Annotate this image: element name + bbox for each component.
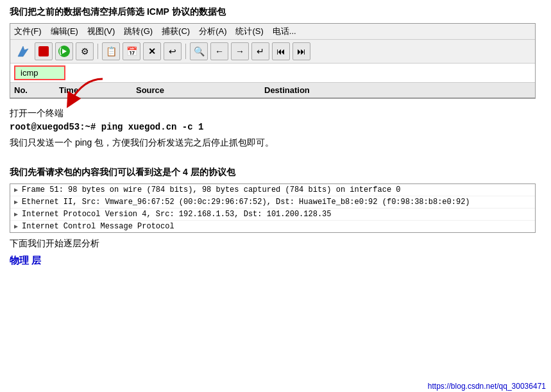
capture-options-button[interactable]: ⚙ <box>76 42 94 60</box>
last-packet-button[interactable]: ⏭ <box>292 42 310 60</box>
packet-row-icmp[interactable]: ▶ Internet Control Message Protocol <box>10 221 535 232</box>
menu-edit[interactable]: 编辑(E) <box>51 26 78 37</box>
go-forward-button[interactable]: → <box>231 42 249 60</box>
forward-arrow-icon: → <box>235 46 244 56</box>
menu-phone[interactable]: 电话... <box>273 26 296 37</box>
wireshark-logo-icon <box>14 42 32 60</box>
packet-details-panel: ▶ Frame 51: 98 bytes on wire (784 bits),… <box>10 183 536 233</box>
col-header-time: Time <box>55 84 132 96</box>
save-button[interactable]: 📅 <box>123 42 140 60</box>
bottom-url: https://blog.csdn.net/qq_30036471 <box>428 382 546 391</box>
separator-2 <box>185 44 186 59</box>
stop-capture-button[interactable] <box>35 42 53 60</box>
col-header-source: Source <box>132 84 260 96</box>
expand-ip-icon[interactable]: ▶ <box>14 210 18 218</box>
filter-input[interactable]: icmp <box>14 65 65 80</box>
packet-frame-text: Frame 51: 98 bytes on wire (784 bits), 9… <box>22 185 401 194</box>
menu-file[interactable]: 文件(F) <box>14 26 42 37</box>
column-headers: No. Time Source Destination <box>10 83 535 98</box>
section-layer4-info: 我们先看请求包的内容我们可以看到这是个 4 层的协议包 <box>10 167 541 178</box>
menu-analyze[interactable]: 分析(A) <box>199 26 226 37</box>
restart-capture-button[interactable] <box>55 42 73 60</box>
last-icon: ⏭ <box>297 46 306 56</box>
open-button[interactable]: 📋 <box>102 42 120 60</box>
section-terminal: 打开一个终端 <box>10 108 541 119</box>
expand-ethernet-icon[interactable]: ▶ <box>14 198 18 206</box>
x-icon: ✕ <box>148 46 156 56</box>
gear-icon: ⚙ <box>81 46 89 56</box>
menu-bar: 文件(F) 编辑(E) 视图(V) 跳转(G) 捕获(C) 分析(A) 统计(S… <box>10 24 535 40</box>
back-arrow-icon: ← <box>215 46 224 56</box>
filter-bar: icmp <box>10 64 535 83</box>
first-packet-button[interactable]: ⏮ <box>272 42 290 60</box>
command-text: root@xuegod53:~# ping xuegod.cn -c 1 <box>10 122 541 132</box>
packet-ethernet-text: Ethernet II, Src: Vmware_96:67:52 (00:0c… <box>22 198 470 207</box>
wireshark-window: 文件(F) 编辑(E) 视图(V) 跳转(G) 捕获(C) 分析(A) 统计(S… <box>10 23 536 99</box>
expand-icmp-icon[interactable]: ▶ <box>14 223 18 230</box>
toolbar: ⚙ 📋 📅 ✕ ↩ <box>10 40 535 64</box>
first-icon: ⏮ <box>276 46 285 56</box>
packet-row-ip[interactable]: ▶ Internet Protocol Version 4, Src: 192.… <box>10 209 535 221</box>
calendar-icon: 📅 <box>126 46 137 56</box>
separator-1 <box>97 44 98 59</box>
clipboard-icon: 📋 <box>106 46 117 56</box>
section-layer-analysis: 下面我们开始逐层分析 <box>10 238 541 250</box>
packet-row-frame[interactable]: ▶ Frame 51: 98 bytes on wire (784 bits),… <box>10 184 535 196</box>
svg-marker-1 <box>18 46 28 56</box>
section-ping-info: 我们只发送一个 ping 包，方便我们分析发送完之后停止抓包即可。 <box>10 137 541 149</box>
menu-stats[interactable]: 统计(S) <box>235 26 263 37</box>
menu-view[interactable]: 视图(V) <box>87 26 115 37</box>
page-title: 我们把之前的数据包清空掉后筛选 ICMP 协议的数据包 <box>10 6 541 18</box>
packet-row-ethernet[interactable]: ▶ Ethernet II, Src: Vmware_96:67:52 (00:… <box>10 196 535 209</box>
menu-capture[interactable]: 捕获(C) <box>162 26 190 37</box>
packet-icmp-text: Internet Control Message Protocol <box>22 222 174 231</box>
go-back-button[interactable]: ← <box>210 42 228 60</box>
packet-ip-text: Internet Protocol Version 4, Src: 192.16… <box>22 210 331 219</box>
expand-frame-icon[interactable]: ▶ <box>14 186 18 194</box>
col-header-destination: Destination <box>260 84 363 96</box>
reload-button[interactable]: ↩ <box>164 42 182 60</box>
menu-jump[interactable]: 跳转(G) <box>124 26 153 37</box>
go-to-packet-button[interactable]: ↵ <box>251 42 269 60</box>
find-button[interactable]: 🔍 <box>190 42 208 60</box>
search-icon: 🔍 <box>194 46 205 56</box>
reload-icon: ↩ <box>169 46 176 56</box>
close-file-button[interactable]: ✕ <box>143 42 161 60</box>
heading-physical-layer: 物理 层 <box>10 255 541 267</box>
col-header-no: No. <box>10 84 55 96</box>
return-icon: ↵ <box>257 46 264 56</box>
